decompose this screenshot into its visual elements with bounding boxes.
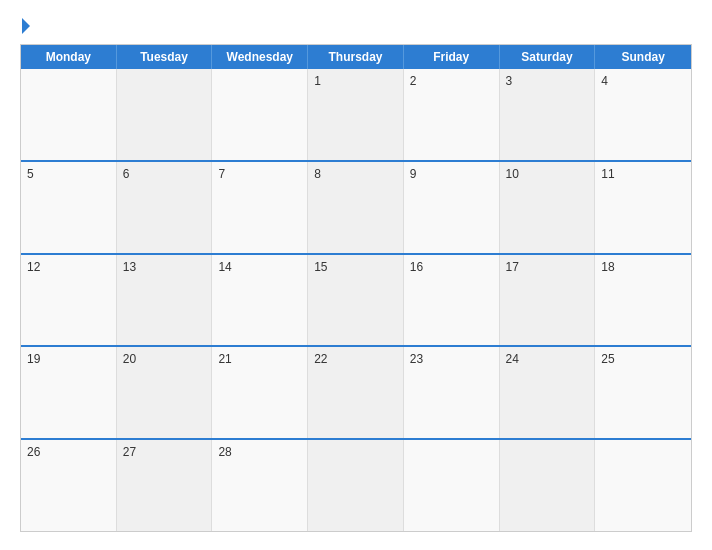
day-number: 18 — [601, 260, 685, 274]
calendar-cell: 13 — [117, 255, 213, 346]
calendar-cell: 2 — [404, 69, 500, 160]
header-cell-wednesday: Wednesday — [212, 45, 308, 69]
calendar-cell — [404, 440, 500, 531]
calendar-cell: 1 — [308, 69, 404, 160]
calendar-cell: 19 — [21, 347, 117, 438]
day-number: 3 — [506, 74, 589, 88]
calendar-week-2: 567891011 — [21, 160, 691, 253]
calendar-cell — [308, 440, 404, 531]
day-number: 6 — [123, 167, 206, 181]
day-number: 10 — [506, 167, 589, 181]
day-number: 16 — [410, 260, 493, 274]
calendar-cell: 11 — [595, 162, 691, 253]
day-number: 2 — [410, 74, 493, 88]
day-number: 24 — [506, 352, 589, 366]
calendar-cell — [212, 69, 308, 160]
calendar-cell — [500, 440, 596, 531]
day-number: 27 — [123, 445, 206, 459]
calendar-header-row: MondayTuesdayWednesdayThursdayFridaySatu… — [21, 45, 691, 69]
calendar-cell: 15 — [308, 255, 404, 346]
header-cell-sunday: Sunday — [595, 45, 691, 69]
calendar-cell: 3 — [500, 69, 596, 160]
calendar-cell — [21, 69, 117, 160]
calendar-cell: 25 — [595, 347, 691, 438]
day-number: 5 — [27, 167, 110, 181]
day-number: 21 — [218, 352, 301, 366]
calendar-cell: 12 — [21, 255, 117, 346]
calendar-cell: 8 — [308, 162, 404, 253]
logo-triangle-icon — [22, 18, 30, 34]
calendar-cell: 28 — [212, 440, 308, 531]
header-cell-monday: Monday — [21, 45, 117, 69]
day-number: 20 — [123, 352, 206, 366]
calendar-cell: 10 — [500, 162, 596, 253]
day-number: 25 — [601, 352, 685, 366]
day-number: 23 — [410, 352, 493, 366]
day-number: 19 — [27, 352, 110, 366]
day-number: 14 — [218, 260, 301, 274]
day-number: 26 — [27, 445, 110, 459]
day-number: 17 — [506, 260, 589, 274]
calendar-week-5: 262728 — [21, 438, 691, 531]
header-cell-friday: Friday — [404, 45, 500, 69]
calendar-cell: 23 — [404, 347, 500, 438]
day-number: 12 — [27, 260, 110, 274]
calendar-week-1: 1234 — [21, 69, 691, 160]
calendar-body: 1234567891011121314151617181920212223242… — [21, 69, 691, 531]
day-number: 15 — [314, 260, 397, 274]
calendar-cell: 18 — [595, 255, 691, 346]
day-number: 22 — [314, 352, 397, 366]
day-number: 8 — [314, 167, 397, 181]
day-number: 9 — [410, 167, 493, 181]
calendar-cell: 21 — [212, 347, 308, 438]
calendar-cell: 7 — [212, 162, 308, 253]
calendar-grid: MondayTuesdayWednesdayThursdayFridaySatu… — [20, 44, 692, 532]
calendar-cell: 24 — [500, 347, 596, 438]
day-number: 13 — [123, 260, 206, 274]
calendar-cell: 26 — [21, 440, 117, 531]
calendar-cell: 6 — [117, 162, 213, 253]
header-cell-saturday: Saturday — [500, 45, 596, 69]
calendar-cell: 9 — [404, 162, 500, 253]
calendar-cell: 4 — [595, 69, 691, 160]
day-number: 11 — [601, 167, 685, 181]
day-number: 4 — [601, 74, 685, 88]
calendar-cell: 5 — [21, 162, 117, 253]
calendar-cell: 17 — [500, 255, 596, 346]
header-cell-thursday: Thursday — [308, 45, 404, 69]
calendar-cell: 14 — [212, 255, 308, 346]
header — [20, 18, 692, 34]
calendar-cell: 20 — [117, 347, 213, 438]
calendar-page: MondayTuesdayWednesdayThursdayFridaySatu… — [0, 0, 712, 550]
logo — [20, 18, 30, 34]
header-cell-tuesday: Tuesday — [117, 45, 213, 69]
calendar-cell — [595, 440, 691, 531]
calendar-cell: 22 — [308, 347, 404, 438]
calendar-cell: 16 — [404, 255, 500, 346]
calendar-week-4: 19202122232425 — [21, 345, 691, 438]
day-number: 7 — [218, 167, 301, 181]
day-number: 28 — [218, 445, 301, 459]
calendar-cell — [117, 69, 213, 160]
day-number: 1 — [314, 74, 397, 88]
calendar-week-3: 12131415161718 — [21, 253, 691, 346]
calendar-cell: 27 — [117, 440, 213, 531]
